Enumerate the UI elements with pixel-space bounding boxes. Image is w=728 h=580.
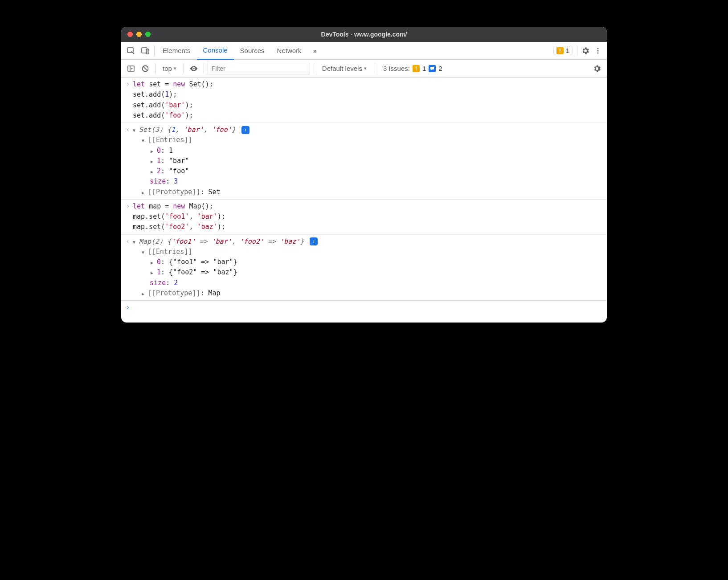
entry-key: 0	[157, 147, 161, 155]
disclosure-triangle-icon[interactable]	[142, 247, 148, 257]
panel-tabs: ElementsConsoleSourcesNetwork » ! 1	[121, 42, 607, 60]
console-prompt[interactable]	[133, 302, 603, 313]
svg-point-5	[597, 52, 599, 53]
input-prompt-icon: ›	[123, 79, 133, 121]
tab-network[interactable]: Network	[271, 42, 308, 60]
size-value: 3	[174, 177, 178, 185]
prototype-key: [[Prototype]]	[148, 289, 200, 297]
console-input-row: ›let set = new Set(); set.add(1); set.ad…	[121, 78, 607, 123]
size-value: 2	[174, 279, 178, 287]
issues-label: 3 Issues:	[383, 65, 410, 72]
input-prompt-icon: ›	[123, 201, 133, 233]
entry-value: {"foo1" => "bar"}	[169, 258, 237, 266]
entry-value: {"foo2" => "baz"}	[169, 268, 237, 276]
disclosure-triangle-icon[interactable]	[133, 125, 139, 135]
console-input-row: ›let map = new Map(); map.set('foo1', 'b…	[121, 199, 607, 234]
tab-sources[interactable]: Sources	[234, 42, 271, 60]
svg-point-8	[193, 68, 194, 69]
titlebar: DevTools - www.google.com/	[121, 27, 607, 42]
entry-value: 1	[169, 147, 173, 155]
output-indicator-icon: ‹	[123, 237, 133, 299]
console-settings-icon[interactable]	[591, 62, 603, 75]
minimize-window-button[interactable]	[136, 32, 142, 37]
disclosure-triangle-icon[interactable]	[151, 267, 157, 278]
console-output: ›let set = new Set(); set.add(1); set.ad…	[121, 78, 607, 323]
console-output-row: ‹Map(2) {'foo1' => 'bar', 'foo2' => 'baz…	[121, 234, 607, 301]
output-indicator-icon: ‹	[123, 125, 133, 197]
separator	[184, 64, 184, 74]
context-selector[interactable]: top	[159, 64, 180, 73]
code-input: let set = new Set(); set.add(1); set.add…	[133, 79, 603, 121]
log-levels-selector[interactable]: Default levels	[318, 65, 371, 72]
issues-warn-count: 1	[422, 65, 426, 72]
size-key: size	[150, 279, 166, 287]
close-window-button[interactable]	[127, 32, 133, 37]
devtools-window: DevTools - www.google.com/ ElementsConso…	[121, 27, 607, 323]
tab-console[interactable]: Console	[197, 42, 234, 60]
disclosure-triangle-icon[interactable]	[151, 146, 157, 156]
console-prompt-row[interactable]: ›	[121, 300, 607, 315]
inspect-icon[interactable]	[124, 42, 138, 60]
entry-key: 0	[157, 258, 161, 266]
separator	[155, 64, 155, 74]
svg-point-4	[597, 50, 599, 51]
disclosure-triangle-icon[interactable]	[151, 156, 157, 166]
device-toolbar-icon[interactable]	[138, 42, 152, 60]
disclosure-triangle-icon[interactable]	[151, 257, 157, 267]
separator	[314, 64, 314, 74]
disclosure-triangle-icon[interactable]	[142, 187, 148, 197]
context-label: top	[163, 65, 172, 72]
info-icon[interactable]: i	[310, 237, 318, 245]
warning-icon: !	[556, 47, 564, 54]
entry-key: 1	[157, 268, 161, 276]
live-expression-icon[interactable]	[188, 62, 200, 75]
entry-key: 2	[157, 167, 161, 175]
filter-input[interactable]	[208, 63, 310, 74]
svg-rect-9	[430, 67, 434, 69]
clear-console-icon[interactable]	[139, 62, 151, 75]
info-icon	[429, 65, 436, 72]
size-key: size	[150, 177, 166, 185]
separator	[204, 64, 204, 74]
entry-value: "foo"	[169, 167, 189, 175]
entries-header: [[Entries]]	[148, 136, 192, 144]
disclosure-triangle-icon[interactable]	[151, 166, 157, 176]
code-input: let map = new Map(); map.set('foo1', 'ba…	[133, 201, 603, 233]
issues-info-count: 2	[438, 65, 442, 72]
entries-header: [[Entries]]	[148, 248, 192, 256]
window-controls	[127, 32, 151, 37]
disclosure-triangle-icon[interactable]	[133, 237, 139, 247]
info-icon[interactable]: i	[241, 126, 249, 134]
disclosure-triangle-icon[interactable]	[142, 288, 148, 298]
svg-rect-6	[128, 66, 134, 71]
object-summary: Set(3) {1, 'bar', 'foo'}	[139, 126, 236, 134]
entry-value: "bar"	[169, 157, 189, 165]
object-expansion[interactable]: Set(3) {1, 'bar', 'foo'} i [[Entries]] 0…	[133, 125, 603, 197]
levels-label: Default levels	[322, 65, 362, 72]
separator	[154, 46, 155, 56]
disclosure-triangle-icon[interactable]	[142, 135, 148, 145]
object-expansion[interactable]: Map(2) {'foo1' => 'bar', 'foo2' => 'baz'…	[133, 237, 603, 299]
console-toolbar: top Default levels 3 Issues: ! 1 2	[121, 60, 607, 78]
input-prompt-icon: ›	[123, 302, 133, 313]
warning-icon: !	[413, 65, 420, 72]
warnings-badge[interactable]: ! 1	[553, 46, 573, 55]
warnings-count: 1	[566, 47, 569, 54]
separator	[375, 64, 375, 74]
prototype-key: [[Prototype]]	[148, 188, 200, 196]
more-menu-icon[interactable]	[592, 45, 604, 57]
svg-point-3	[597, 48, 599, 49]
entry-key: 1	[157, 157, 161, 165]
console-output-row: ‹Set(3) {1, 'bar', 'foo'} i [[Entries]] …	[121, 123, 607, 199]
more-tabs-icon[interactable]: »	[308, 42, 322, 60]
tab-elements[interactable]: Elements	[156, 42, 197, 60]
settings-icon[interactable]	[579, 45, 592, 57]
toggle-sidebar-icon[interactable]	[125, 62, 137, 75]
window-title: DevTools - www.google.com/	[121, 31, 607, 38]
maximize-window-button[interactable]	[145, 32, 151, 37]
issues-summary[interactable]: 3 Issues: ! 1 2	[379, 65, 447, 72]
object-summary: Map(2) {'foo1' => 'bar', 'foo2' => 'baz'…	[139, 237, 304, 245]
separator	[577, 46, 577, 56]
